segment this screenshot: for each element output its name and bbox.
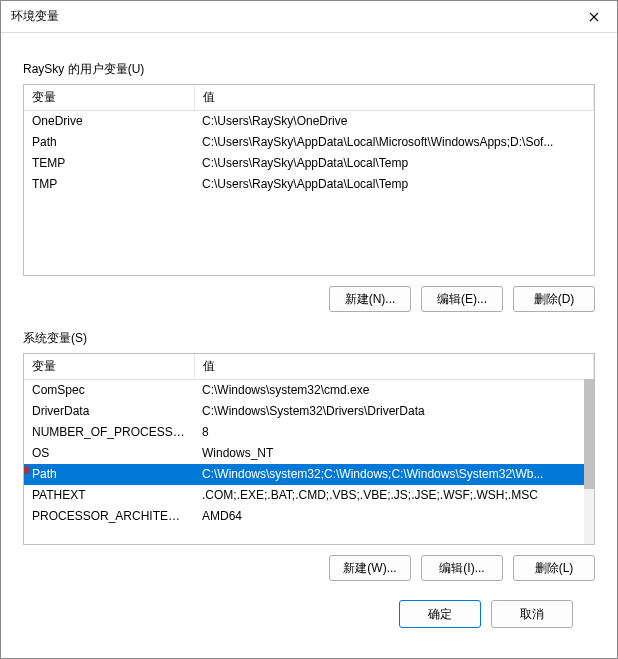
var-value-cell: C:\Users\RaySky\AppData\Local\Microsoft\… xyxy=(194,132,594,153)
system-button-row: 新建(W)... 编辑(I)... 删除(L) xyxy=(23,555,595,581)
var-name-cell: PATHEXT xyxy=(24,485,194,506)
titlebar: 环境变量 xyxy=(1,1,617,33)
var-value-cell: 8 xyxy=(194,422,594,443)
table-row[interactable]: TMPC:\Users\RaySky\AppData\Local\Temp xyxy=(24,174,594,195)
var-value-cell: AMD64 xyxy=(194,506,594,527)
col-header-value[interactable]: 值 xyxy=(194,85,594,111)
var-value-cell: C:\Users\RaySky\OneDrive xyxy=(194,111,594,132)
user-vars-table-wrapper: 变量 值 OneDriveC:\Users\RaySky\OneDrivePat… xyxy=(23,84,595,276)
col-header-name[interactable]: 变量 xyxy=(24,85,194,111)
close-icon[interactable] xyxy=(571,1,617,32)
system-vars-section: 系统变量(S) 变量 值 ComSpecC:\Windows\system32\… xyxy=(23,330,595,581)
user-button-row: 新建(N)... 编辑(E)... 删除(D) xyxy=(23,286,595,312)
system-vars-label: 系统变量(S) xyxy=(23,330,595,347)
table-row[interactable]: PATHEXT.COM;.EXE;.BAT;.CMD;.VBS;.VBE;.JS… xyxy=(24,485,594,506)
table-row[interactable]: DriverDataC:\Windows\System32\Drivers\Dr… xyxy=(24,401,594,422)
system-vars-table-wrapper: 变量 值 ComSpecC:\Windows\system32\cmd.exeD… xyxy=(23,353,595,545)
var-value-cell: C:\Users\RaySky\AppData\Local\Temp xyxy=(194,174,594,195)
sys-edit-button[interactable]: 编辑(I)... xyxy=(421,555,503,581)
table-row[interactable]: PathC:\Users\RaySky\AppData\Local\Micros… xyxy=(24,132,594,153)
table-row[interactable]: PathC:\Windows\system32;C:\Windows;C:\Wi… xyxy=(24,464,594,485)
var-name-cell: Path xyxy=(24,132,194,153)
table-row[interactable]: ComSpecC:\Windows\system32\cmd.exe xyxy=(24,380,594,401)
system-vars-table[interactable]: 变量 值 ComSpecC:\Windows\system32\cmd.exeD… xyxy=(24,354,594,527)
var-name-cell: OS xyxy=(24,443,194,464)
sys-delete-button[interactable]: 删除(L) xyxy=(513,555,595,581)
ok-button[interactable]: 确定 xyxy=(399,600,481,628)
table-row[interactable]: TEMPC:\Users\RaySky\AppData\Local\Temp xyxy=(24,153,594,174)
footer-buttons: 确定 取消 xyxy=(23,584,595,644)
var-name-cell: ComSpec xyxy=(24,380,194,401)
sys-new-button[interactable]: 新建(W)... xyxy=(329,555,411,581)
var-name-cell: DriverData xyxy=(24,401,194,422)
cancel-button[interactable]: 取消 xyxy=(491,600,573,628)
user-edit-button[interactable]: 编辑(E)... xyxy=(421,286,503,312)
env-var-dialog: 环境变量 RaySky 的用户变量(U) 变量 值 OneDriveC:\Use… xyxy=(0,0,618,659)
var-name-cell: TEMP xyxy=(24,153,194,174)
user-delete-button[interactable]: 删除(D) xyxy=(513,286,595,312)
col-header-name[interactable]: 变量 xyxy=(24,354,194,380)
col-header-value[interactable]: 值 xyxy=(194,354,594,380)
scrollbar-track[interactable] xyxy=(584,379,594,544)
var-name-cell: OneDrive xyxy=(24,111,194,132)
var-name-cell: PROCESSOR_ARCHITECT... xyxy=(24,506,194,527)
scrollbar-thumb[interactable] xyxy=(584,379,594,489)
var-value-cell: C:\Windows\System32\Drivers\DriverData xyxy=(194,401,594,422)
var-value-cell: Windows_NT xyxy=(194,443,594,464)
dialog-content: RaySky 的用户变量(U) 变量 值 OneDriveC:\Users\Ra… xyxy=(1,33,617,658)
var-value-cell: .COM;.EXE;.BAT;.CMD;.VBS;.VBE;.JS;.JSE;.… xyxy=(194,485,594,506)
var-value-cell: C:\Windows\system32\cmd.exe xyxy=(194,380,594,401)
table-row[interactable]: OSWindows_NT xyxy=(24,443,594,464)
user-vars-label: RaySky 的用户变量(U) xyxy=(23,61,595,78)
table-row[interactable]: NUMBER_OF_PROCESSORS8 xyxy=(24,422,594,443)
var-value-cell: C:\Users\RaySky\AppData\Local\Temp xyxy=(194,153,594,174)
table-row[interactable]: PROCESSOR_ARCHITECT...AMD64 xyxy=(24,506,594,527)
var-name-cell: NUMBER_OF_PROCESSORS xyxy=(24,422,194,443)
user-new-button[interactable]: 新建(N)... xyxy=(329,286,411,312)
var-name-cell: Path xyxy=(24,464,194,485)
window-title: 环境变量 xyxy=(11,8,59,25)
user-vars-section: RaySky 的用户变量(U) 变量 值 OneDriveC:\Users\Ra… xyxy=(23,61,595,312)
table-row[interactable]: OneDriveC:\Users\RaySky\OneDrive xyxy=(24,111,594,132)
user-vars-table[interactable]: 变量 值 OneDriveC:\Users\RaySky\OneDrivePat… xyxy=(24,85,594,195)
var-value-cell: C:\Windows\system32;C:\Windows;C:\Window… xyxy=(194,464,594,485)
var-name-cell: TMP xyxy=(24,174,194,195)
